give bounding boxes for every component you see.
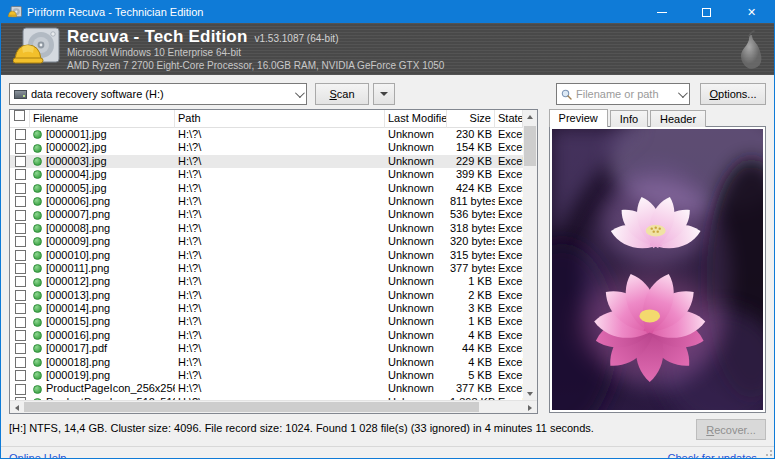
resize-grip[interactable] bbox=[762, 446, 772, 456]
table-row[interactable]: [000016].pngH:\?\Unknown4 KBExcellent bbox=[10, 329, 523, 342]
table-row[interactable]: [000015].pngH:\?\Unknown1 KBExcellent bbox=[10, 315, 523, 328]
cell-size: 320 bytes bbox=[447, 235, 495, 248]
drive-selector[interactable]: data recovery software (H:) bbox=[9, 83, 307, 105]
search-box[interactable]: Filename or path bbox=[556, 83, 690, 105]
table-row[interactable]: [000007].pngH:\?\Unknown536 bytesExcelle… bbox=[10, 208, 523, 221]
row-checkbox[interactable] bbox=[15, 357, 26, 368]
row-checkbox[interactable] bbox=[15, 210, 26, 221]
tab-info[interactable]: Info bbox=[610, 110, 648, 127]
select-all-checkbox[interactable] bbox=[10, 110, 30, 128]
table-row[interactable]: [000003].jpgH:\?\Unknown229 KBExcellent bbox=[10, 155, 523, 168]
tab-preview[interactable]: Preview bbox=[549, 109, 608, 127]
cell-size: 424 KB bbox=[447, 182, 495, 195]
row-checkbox[interactable] bbox=[15, 384, 26, 395]
row-checkbox[interactable] bbox=[15, 156, 26, 167]
file-state-icon bbox=[33, 237, 42, 246]
cell-state: Excellent bbox=[495, 235, 523, 248]
preview-image bbox=[552, 129, 763, 410]
column-header-modified[interactable]: Last Modified bbox=[385, 110, 447, 128]
recover-button[interactable]: Recover... bbox=[696, 419, 766, 440]
row-checkbox[interactable] bbox=[15, 303, 26, 314]
table-row[interactable]: [000002].jpgH:\?\Unknown154 KBExcellent bbox=[10, 141, 523, 154]
row-checkbox[interactable] bbox=[15, 183, 26, 194]
row-checkbox[interactable] bbox=[15, 169, 26, 180]
minimize-button[interactable] bbox=[639, 1, 684, 23]
row-checkbox[interactable] bbox=[15, 276, 26, 287]
horizontal-scroll-thumb[interactable] bbox=[24, 402, 479, 412]
cell-path: H:\?\ bbox=[175, 302, 385, 315]
drive-icon bbox=[14, 90, 27, 99]
table-row[interactable]: [000006].pngH:\?\Unknown811 bytesExcelle… bbox=[10, 195, 523, 208]
file-name: [000014].png bbox=[46, 302, 110, 315]
table-row[interactable]: [000010].pngH:\?\Unknown315 bytesExcelle… bbox=[10, 249, 523, 262]
row-checkbox[interactable] bbox=[15, 236, 26, 247]
vertical-scroll-thumb[interactable] bbox=[524, 126, 536, 166]
file-state-icon bbox=[33, 344, 42, 353]
file-name: [000008].png bbox=[46, 222, 110, 235]
online-help-link[interactable]: Online Help bbox=[9, 452, 66, 459]
file-name: [000018].png bbox=[46, 356, 110, 369]
horizontal-scrollbar[interactable] bbox=[10, 400, 537, 413]
scan-button[interactable]: Scan bbox=[315, 83, 369, 105]
table-row[interactable]: [000011].pngH:\?\Unknown377 bytesExcelle… bbox=[10, 262, 523, 275]
cell-state: Excellent bbox=[495, 329, 523, 342]
check-updates-link[interactable]: Check for updates... bbox=[668, 452, 766, 459]
close-button[interactable]: ✕ bbox=[729, 1, 774, 23]
table-row[interactable]: [000017].pdfH:\?\Unknown44 KBExcellent bbox=[10, 342, 523, 355]
row-checkbox[interactable] bbox=[15, 196, 26, 207]
column-header-size[interactable]: Size bbox=[447, 110, 495, 128]
row-checkbox[interactable] bbox=[15, 250, 26, 261]
tab-header[interactable]: Header bbox=[650, 110, 706, 127]
table-row[interactable]: [000012].pngH:\?\Unknown1 KBExcellent bbox=[10, 275, 523, 288]
scroll-up-icon[interactable] bbox=[523, 110, 537, 123]
piriform-pear-icon bbox=[734, 29, 764, 71]
row-checkbox[interactable] bbox=[15, 330, 26, 341]
options-button[interactable]: Options... bbox=[700, 83, 766, 105]
table-row[interactable]: [000005].jpgH:\?\Unknown424 KBExcellent bbox=[10, 182, 523, 195]
table-row[interactable]: [000004].jpgH:\?\Unknown399 KBExcellent bbox=[10, 168, 523, 181]
table-row[interactable]: [000013].pngH:\?\Unknown2 KBExcellent bbox=[10, 289, 523, 302]
cell-state: Excellent bbox=[495, 222, 523, 235]
table-row[interactable]: [000008].pngH:\?\Unknown318 bytesExcelle… bbox=[10, 222, 523, 235]
toolbar: data recovery software (H:) Scan Filenam… bbox=[9, 83, 766, 105]
column-header-filename[interactable]: Filename bbox=[30, 110, 175, 128]
table-row[interactable]: ProductPageIcon_256x256@2x...H:\?\Unknow… bbox=[10, 382, 523, 395]
cell-path: H:\?\ bbox=[175, 315, 385, 328]
file-name: [000001].jpg bbox=[46, 128, 107, 141]
row-checkbox[interactable] bbox=[15, 223, 26, 234]
row-checkbox[interactable] bbox=[15, 263, 26, 274]
column-header-state[interactable]: State bbox=[495, 110, 523, 128]
table-row[interactable]: [000018].pngH:\?\Unknown4 KBExcellent bbox=[10, 356, 523, 369]
row-checkbox[interactable] bbox=[15, 370, 26, 381]
file-state-icon bbox=[33, 251, 42, 260]
scan-dropdown-button[interactable] bbox=[373, 83, 395, 105]
row-checkbox[interactable] bbox=[15, 290, 26, 301]
cell-state: Excellent bbox=[495, 141, 523, 154]
table-row[interactable]: [000014].pngH:\?\Unknown3 KBExcellent bbox=[10, 302, 523, 315]
cell-state: Excellent bbox=[495, 208, 523, 221]
row-checkbox[interactable] bbox=[15, 317, 26, 328]
cell-path: H:\?\ bbox=[175, 342, 385, 355]
vertical-scrollbar[interactable] bbox=[523, 110, 537, 400]
cell-mod: Unknown bbox=[385, 369, 447, 382]
row-checkbox[interactable] bbox=[15, 343, 26, 354]
table-row[interactable]: [000009].pngH:\?\Unknown320 bytesExcelle… bbox=[10, 235, 523, 248]
cell-size: 315 bytes bbox=[447, 249, 495, 262]
cell-size: 1 KB bbox=[447, 275, 495, 288]
cell-state: Excellent bbox=[495, 182, 523, 195]
scroll-right-icon[interactable] bbox=[523, 401, 537, 414]
scroll-down-icon[interactable] bbox=[523, 387, 537, 400]
cell-size: 1 KB bbox=[447, 315, 495, 328]
row-checkbox[interactable] bbox=[15, 143, 26, 154]
column-header-path[interactable]: Path bbox=[175, 110, 385, 128]
scroll-left-icon[interactable] bbox=[10, 401, 24, 414]
cell-check bbox=[10, 143, 30, 154]
file-state-icon bbox=[33, 144, 42, 153]
cell-check bbox=[10, 384, 30, 395]
maximize-button[interactable] bbox=[684, 1, 729, 23]
row-checkbox[interactable] bbox=[15, 129, 26, 140]
table-row[interactable]: [000001].jpgH:\?\Unknown230 KBExcellent bbox=[10, 128, 523, 141]
cell-path: H:\?\ bbox=[175, 329, 385, 342]
table-row[interactable]: [000019].pngH:\?\Unknown5 KBExcellent bbox=[10, 369, 523, 382]
search-placeholder: Filename or path bbox=[576, 88, 674, 100]
